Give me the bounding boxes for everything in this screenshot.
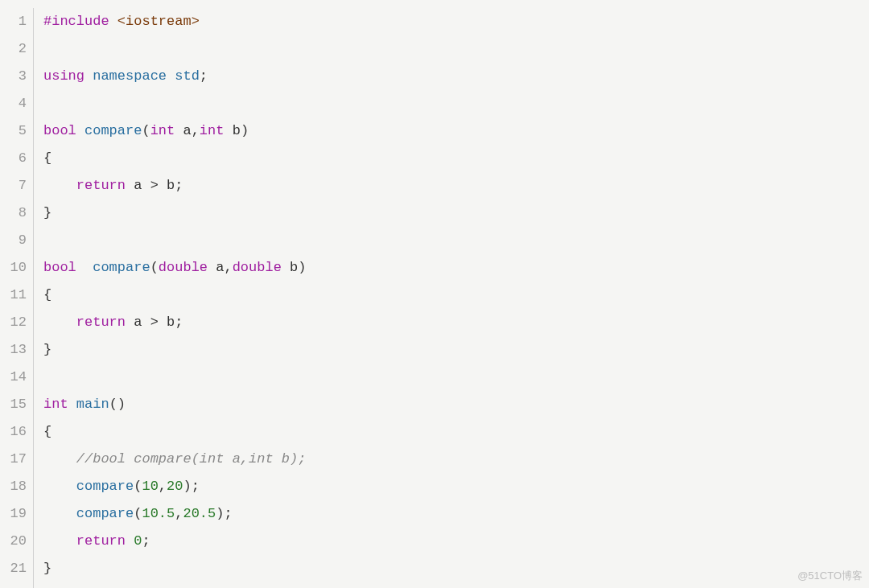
line-number: 3 <box>0 63 27 90</box>
line-number: 11 <box>0 282 27 309</box>
line-number: 2 <box>0 35 27 63</box>
code-token: } <box>43 342 51 357</box>
line-number: 15 <box>0 391 27 418</box>
code-token: ); <box>183 479 199 494</box>
code-line: { <box>43 282 869 309</box>
code-token: ); <box>216 506 232 521</box>
code-token: double <box>233 260 290 275</box>
code-line <box>43 90 869 117</box>
line-number: 18 <box>0 473 27 500</box>
line-number: 6 <box>0 145 27 172</box>
code-line <box>43 35 869 63</box>
code-token: , <box>159 479 167 494</box>
line-number: 5 <box>0 117 27 145</box>
code-token: //bool compare(int a,int b); <box>76 451 307 467</box>
code-token: ) <box>298 260 306 275</box>
code-token: #include <box>43 14 117 29</box>
code-token: b <box>290 260 298 275</box>
line-number: 13 <box>0 336 27 364</box>
code-line: compare(10,20); <box>43 473 869 500</box>
line-number-gutter: 123456789101112131415161718192021 <box>0 8 34 588</box>
code-token: () <box>109 397 126 412</box>
code-token: } <box>43 561 51 576</box>
code-token: { <box>43 424 51 439</box>
code-line: bool compare(double a,double b) <box>43 254 869 282</box>
code-line: return a > b; <box>43 172 869 199</box>
code-token: ( <box>134 479 142 494</box>
code-line: } <box>43 336 869 364</box>
line-number: 20 <box>0 528 27 555</box>
code-token: b <box>233 123 241 138</box>
code-token: namespace <box>93 68 175 84</box>
code-token: , <box>224 260 232 275</box>
code-token: ( <box>134 506 142 521</box>
code-line: #include <iostream> <box>43 8 869 35</box>
code-token: return <box>76 533 134 549</box>
code-editor: 123456789101112131415161718192021 #inclu… <box>0 0 869 588</box>
code-token: a > b; <box>134 178 183 193</box>
code-token: double <box>159 260 216 275</box>
code-token: a <box>183 123 191 138</box>
code-token: int <box>150 123 183 138</box>
code-token: bool <box>43 260 93 275</box>
code-token: ( <box>142 123 150 138</box>
code-token: compare <box>84 123 142 138</box>
line-number: 4 <box>0 90 27 117</box>
code-line: //bool compare(int a,int b); <box>43 446 869 473</box>
code-token: 10.5 <box>142 506 175 521</box>
code-line: { <box>43 145 869 172</box>
code-line: using namespace std; <box>43 63 869 90</box>
code-token <box>43 479 76 494</box>
code-token: a > b; <box>134 315 183 330</box>
line-number: 17 <box>0 446 27 473</box>
line-number: 14 <box>0 364 27 391</box>
code-token: 20 <box>167 479 183 494</box>
code-token: ) <box>241 123 249 138</box>
code-token: ( <box>150 260 159 275</box>
code-token: main <box>76 397 109 412</box>
line-number: 21 <box>0 555 27 582</box>
line-number: 8 <box>0 199 27 227</box>
code-line: bool compare(int a,int b) <box>43 117 869 145</box>
watermark-text: @51CTO博客 <box>797 569 863 583</box>
code-line: int main() <box>43 391 869 418</box>
code-token: compare <box>93 260 150 275</box>
code-token: return <box>76 315 134 330</box>
code-line: } <box>43 199 869 227</box>
code-token <box>43 533 76 549</box>
code-token: compare <box>76 506 134 521</box>
code-line <box>43 227 869 254</box>
code-area: #include <iostream>using namespace std;b… <box>34 8 869 588</box>
code-token: { <box>43 287 51 302</box>
code-token: 20.5 <box>183 506 216 521</box>
code-line: return a > b; <box>43 309 869 336</box>
code-line: return 0; <box>43 528 869 555</box>
code-token: { <box>43 150 51 166</box>
code-token: return <box>76 178 134 193</box>
code-token: <iostream> <box>117 14 200 29</box>
code-token: std <box>175 68 200 84</box>
code-token: , <box>192 123 200 138</box>
code-token: int <box>43 397 76 412</box>
code-line: } <box>43 555 869 582</box>
line-number: 7 <box>0 172 27 199</box>
code-token <box>43 506 76 521</box>
code-token: } <box>43 205 51 220</box>
code-token <box>43 178 76 193</box>
line-number: 16 <box>0 418 27 446</box>
line-number: 1 <box>0 8 27 35</box>
code-token: ; <box>200 68 208 84</box>
line-number: 12 <box>0 309 27 336</box>
code-token: , <box>175 506 183 521</box>
code-token: bool <box>43 123 84 138</box>
code-token <box>43 451 76 467</box>
code-token <box>43 315 76 330</box>
code-token: int <box>200 123 233 138</box>
line-number: 10 <box>0 254 27 282</box>
code-line: compare(10.5,20.5); <box>43 500 869 528</box>
code-token: ; <box>142 533 150 549</box>
code-line: { <box>43 418 869 446</box>
line-number: 19 <box>0 500 27 528</box>
code-token: using <box>43 68 93 84</box>
code-token: 10 <box>142 479 158 494</box>
